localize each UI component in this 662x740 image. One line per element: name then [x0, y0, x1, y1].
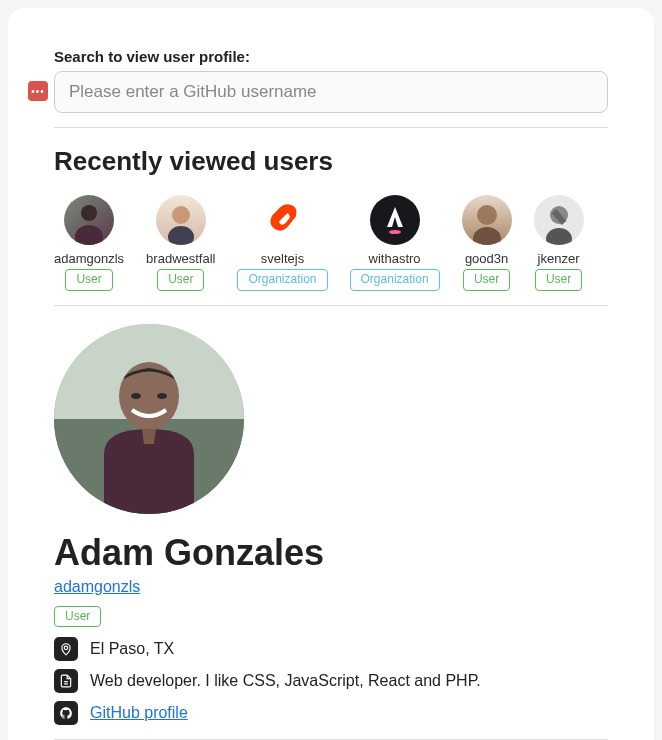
bio-icon — [54, 669, 78, 693]
svg-point-14 — [64, 646, 68, 650]
svg-point-11 — [119, 362, 179, 430]
profile-type-row: User — [54, 606, 608, 628]
svg-point-4 — [389, 230, 401, 234]
avatar — [258, 195, 308, 245]
recent-item-withastro[interactable]: withastro Organization — [350, 195, 440, 291]
svg-point-13 — [157, 393, 167, 399]
avatar — [462, 195, 512, 245]
svg-point-0 — [81, 205, 97, 221]
location-row: El Paso, TX — [54, 637, 608, 661]
page-container: ••• Search to view user profile: Recentl… — [8, 8, 654, 740]
search-label: Search to view user profile: — [54, 48, 608, 65]
divider — [54, 305, 608, 306]
location-text: El Paso, TX — [90, 640, 174, 658]
svg-point-3 — [168, 226, 194, 245]
recent-username: withastro — [369, 251, 421, 266]
svg-point-6 — [473, 227, 501, 245]
avatar — [156, 195, 206, 245]
profile-type-badge: User — [54, 606, 101, 628]
svg-point-1 — [75, 225, 103, 245]
svg-point-5 — [477, 205, 497, 225]
github-icon — [54, 701, 78, 725]
location-icon — [54, 637, 78, 661]
svg-point-8 — [546, 228, 572, 245]
avatar — [534, 195, 584, 245]
recent-users-row: adamgonzls User bradwestfall User svelte… — [54, 195, 608, 291]
password-manager-icon[interactable]: ••• — [28, 81, 48, 101]
recent-username: good3n — [465, 251, 508, 266]
divider — [54, 127, 608, 128]
svg-point-2 — [172, 206, 190, 224]
recent-item-jkenzer[interactable]: jkenzer User — [534, 195, 584, 291]
avatar — [370, 195, 420, 245]
recent-item-adamgonzls[interactable]: adamgonzls User — [54, 195, 124, 291]
recent-username: sveltejs — [261, 251, 304, 266]
search-input[interactable] — [54, 71, 608, 113]
type-badge: User — [535, 269, 582, 291]
recent-username: bradwestfall — [146, 251, 215, 266]
profile-name: Adam Gonzales — [54, 532, 608, 574]
recent-title: Recently viewed users — [54, 146, 608, 177]
github-profile-link[interactable]: GitHub profile — [90, 704, 188, 722]
github-link-row: GitHub profile — [54, 701, 608, 725]
svg-point-12 — [131, 393, 141, 399]
type-badge: Organization — [350, 269, 440, 291]
profile-username-link[interactable]: adamgonzls — [54, 578, 140, 596]
type-badge: User — [157, 269, 204, 291]
profile-avatar — [54, 324, 244, 514]
recent-username: jkenzer — [538, 251, 580, 266]
type-badge: User — [65, 269, 112, 291]
bio-row: Web developer. I like CSS, JavaScript, R… — [54, 669, 608, 693]
recent-item-good3n[interactable]: good3n User — [462, 195, 512, 291]
avatar — [64, 195, 114, 245]
bio-text: Web developer. I like CSS, JavaScript, R… — [90, 672, 481, 690]
profile-section: Adam Gonzales adamgonzls User El Paso, T… — [54, 324, 608, 740]
recent-item-bradwestfall[interactable]: bradwestfall User — [146, 195, 215, 291]
type-badge: Organization — [237, 269, 327, 291]
recent-item-sveltejs[interactable]: sveltejs Organization — [237, 195, 327, 291]
recent-username: adamgonzls — [54, 251, 124, 266]
type-badge: User — [463, 269, 510, 291]
